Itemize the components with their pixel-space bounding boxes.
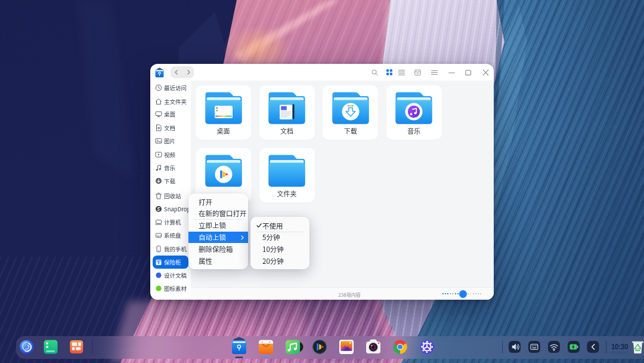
svg-text:2018/9/12: 2018/9/12 <box>611 350 628 355</box>
svg-text:10:30: 10:30 <box>611 343 628 351</box>
